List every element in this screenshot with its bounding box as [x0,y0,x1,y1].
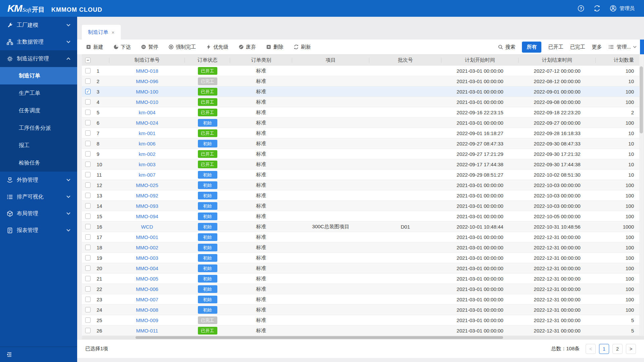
sidebar-item-schedule-visualization[interactable]: 排产可视化 [0,188,77,205]
manage-columns-button[interactable]: 管理... [608,44,636,50]
order-link[interactable]: MMO-025 [136,182,158,188]
row-checkbox[interactable] [85,255,91,260]
order-link[interactable]: MMO-002 [136,245,158,250]
refresh-icon[interactable] [593,5,601,12]
delete-button[interactable]: 删除 [266,44,283,50]
table-row[interactable]: 25MMO-009已完工标准2021-03-01 00:00:002022-12… [82,315,639,325]
order-link[interactable]: MMO-096 [136,78,158,84]
order-link[interactable]: km-003 [139,162,155,167]
table-row[interactable]: 19MMO-003初始标准2021-03-01 00:00:002022-12-… [82,253,639,263]
row-checkbox[interactable] [85,286,91,292]
order-link[interactable]: km-007 [139,172,155,178]
order-link[interactable]: MMO-100 [136,89,158,95]
order-link[interactable]: MMO-009 [136,317,158,323]
table-row[interactable]: 6MMO-024初始标准2021-03-01 00:00:002022-09-2… [82,118,639,128]
table-row[interactable]: 15MMO-094初始标准2021-03-01 00:00:002022-10-… [82,211,639,222]
sidebar-item-mfg-orders[interactable]: 制造订单 [0,67,77,84]
row-checkbox[interactable] [85,120,91,125]
help-icon[interactable]: ? [577,5,585,12]
sidebar-item-task-scheduling[interactable]: 任务调度 [0,102,77,119]
tab-manufacturing-orders[interactable]: 制造订单 × [82,25,121,40]
release-button[interactable]: 下达 [113,44,131,50]
tab-close-icon[interactable]: × [112,29,115,35]
table-row[interactable]: 26MMO-011已开工标准2021-03-01 00:00:002022-12… [82,325,639,336]
table-row[interactable]: 17MMO-001初始标准2021-03-01 00:00:002022-12-… [82,232,639,242]
table-row[interactable]: 2MMO-096已完工标准2021-03-01 00:00:002022-08-… [82,76,639,86]
table-row[interactable]: 23MMO-007初始标准2021-03-01 00:00:002022-12-… [82,294,639,305]
filter-all-button[interactable]: 所有 [522,42,541,53]
table-row[interactable]: 10km-003已开工标准2022-09-17 17:44:382022-09-… [82,159,639,170]
row-checkbox[interactable] [85,110,91,115]
sidebar-item-report-management[interactable]: 报表管理 [0,222,77,239]
order-link[interactable]: MMO-006 [136,286,158,292]
sidebar-item-master-data[interactable]: 主数据管理 [0,34,77,50]
horizontal-scrollbar-thumb[interactable] [136,336,503,339]
table-row[interactable]: 24MMO-008初始标准2021-03-01 00:00:002022-12-… [82,305,639,315]
order-link[interactable]: MMO-094 [136,214,158,219]
vertical-scrollbar-thumb[interactable] [640,66,643,133]
user-menu[interactable]: 管理员 [609,5,635,12]
sidebar-item-work-reporting[interactable]: 报工 [0,137,77,154]
row-checkbox[interactable] [85,193,91,198]
row-checkbox[interactable] [85,234,91,240]
row-checkbox[interactable] [85,245,91,250]
page-button-2[interactable]: 2 [612,344,623,354]
table-row[interactable]: 14MMO-093初始标准2021-03-01 00:00:002022-10-… [82,201,639,211]
select-all-checkbox[interactable] [85,58,91,63]
table-row[interactable]: 5km-004已开工标准2022-09-16 22:23:152022-09-1… [82,107,639,118]
order-link[interactable]: MMO-001 [136,234,158,240]
sidebar-item-inspection-tasks[interactable]: 检验任务 [0,154,77,172]
row-checkbox[interactable] [85,151,91,157]
filter-more-button[interactable]: 更多 [592,44,602,50]
grid-settings-handle[interactable] [640,40,644,54]
table-row[interactable]: 7km-001已开工标准2022-09-01 16:18:272022-09-2… [82,128,639,138]
order-link[interactable]: MMO-010 [136,99,158,105]
table-row[interactable]: 20MMO-004初始标准2021-03-01 00:00:002022-12-… [82,263,639,274]
table-row[interactable]: 21MMO-005初始标准2021-03-01 00:00:002022-12-… [82,274,639,284]
table-row[interactable]: 13MMO-092初始标准2021-03-01 00:00:002022-10-… [82,190,639,201]
table-row[interactable]: 3MMO-100已开工标准2021-03-01 00:00:002022-09-… [82,86,639,97]
row-checkbox[interactable] [85,265,91,271]
row-checkbox[interactable] [85,162,91,167]
row-checkbox[interactable] [85,89,91,94]
sidebar-item-outsourcing[interactable]: 外协管理 [0,172,77,188]
row-checkbox[interactable] [85,328,91,333]
table-row[interactable]: 12MMO-025初始标准2021-03-01 00:00:002022-10-… [82,180,639,190]
page-button-1[interactable]: 1 [599,344,609,354]
row-checkbox[interactable] [85,99,91,105]
table-row[interactable]: 1MMO-018已开工标准2021-03-01 00:00:002022-07-… [82,66,639,76]
filter-finished-button[interactable]: 已完工 [570,44,585,50]
order-link[interactable]: MMO-011 [136,328,158,334]
vertical-scrollbar[interactable] [639,54,643,339]
table-row[interactable]: 22MMO-006初始标准2021-03-01 00:00:002022-12-… [82,284,639,294]
next-page-button[interactable]: > [626,344,636,354]
table-row[interactable]: 16WCD初始标准300C总装图项目D012022-10-01 10:48:44… [82,222,639,232]
row-checkbox[interactable] [85,78,91,84]
order-link[interactable]: MMO-004 [136,265,158,271]
pause-button[interactable]: 暂停 [141,44,158,50]
row-checkbox[interactable] [85,182,91,188]
sidebar-item-production-workorders[interactable]: 生产工单 [0,84,77,102]
sidebar-item-op-task-dispatch[interactable]: 工序任务分派 [0,119,77,137]
refresh-button[interactable]: 刷新 [293,44,311,50]
row-checkbox[interactable] [85,307,91,312]
row-checkbox[interactable] [85,297,91,302]
row-checkbox[interactable] [85,276,91,281]
order-link[interactable]: MMO-008 [136,307,158,313]
table-row[interactable]: 18MMO-002初始标准2021-03-01 00:00:002022-12-… [82,242,639,253]
new-button[interactable]: 新建 [86,44,103,50]
row-checkbox[interactable] [85,214,91,219]
row-checkbox[interactable] [85,203,91,208]
order-link[interactable]: MMO-024 [136,120,158,126]
search-button[interactable]: 搜索 [498,44,515,50]
order-link[interactable]: km-001 [139,130,155,136]
prev-page-button[interactable]: < [586,344,596,354]
sidebar-item-layout-management[interactable]: 布局管理 [0,205,77,222]
order-link[interactable]: km-006 [139,141,155,146]
order-link[interactable]: MMO-018 [136,68,158,74]
table-row[interactable]: 9km-002已开工标准2022-09-27 17:21:292022-09-3… [82,149,639,159]
row-checkbox[interactable] [85,224,91,229]
order-link[interactable]: MMO-007 [136,297,158,302]
row-checkbox[interactable] [85,317,91,323]
collapse-sidebar-icon[interactable] [6,351,13,358]
